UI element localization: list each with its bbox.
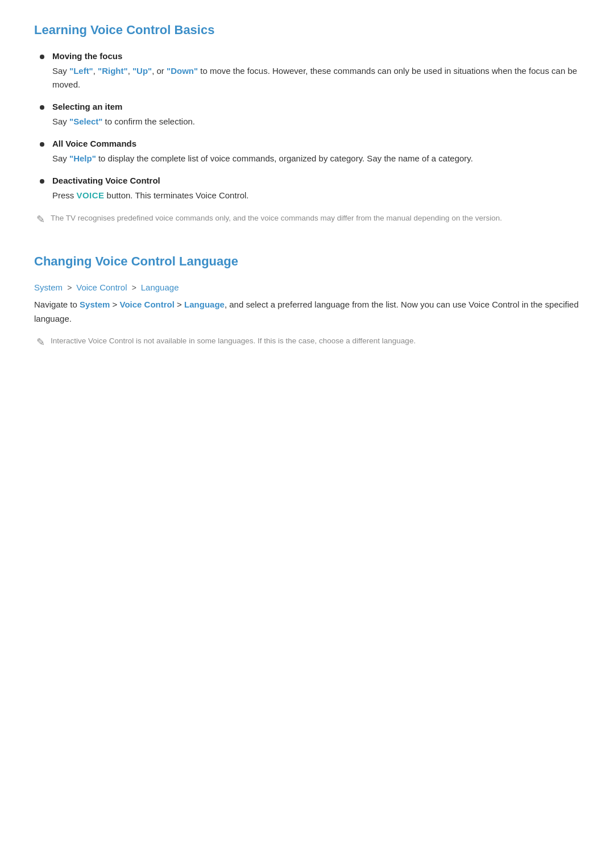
cmd-left: "Left": [69, 66, 93, 76]
breadcrumb-system[interactable]: System: [34, 283, 63, 292]
breadcrumb-sep1: >: [67, 283, 74, 292]
list-item-moving-focus: Moving the focus Say "Left", "Right", "U…: [34, 51, 580, 92]
section2-note: ✎ Interactive Voice Control is not avail…: [34, 335, 580, 348]
nav-sep1: >: [113, 300, 118, 309]
list-item-deactivating: Deactivating Voice Control Press VOICE b…: [34, 176, 580, 202]
nav-language: Language: [184, 300, 225, 309]
section2-title: Changing Voice Control Language: [34, 254, 580, 271]
item-desc-deactivating: Press VOICE button. This terminates Voic…: [52, 189, 580, 202]
bullet-dot-icon: [40, 105, 44, 110]
item-desc-selecting: Say "Select" to confirm the selection.: [52, 115, 580, 128]
nav-sep2: >: [177, 300, 182, 309]
cmd-voice: VOICE: [77, 190, 105, 200]
list-item-all-commands: All Voice Commands Say "Help" to display…: [34, 139, 580, 165]
breadcrumb: System > Voice Control > Language: [34, 283, 580, 292]
item-label-deactivating: Deactivating Voice Control: [52, 176, 160, 185]
cmd-down: "Down": [167, 66, 198, 76]
breadcrumb-language[interactable]: Language: [141, 283, 179, 292]
cmd-help: "Help": [69, 153, 96, 163]
cmd-select: "Select": [69, 117, 102, 126]
bullet-list: Moving the focus Say "Left", "Right", "U…: [34, 51, 580, 202]
bullet-dot-icon: [40, 55, 44, 59]
item-desc-all-commands: Say "Help" to display the complete list …: [52, 152, 580, 165]
item-label-all-commands: All Voice Commands: [52, 139, 136, 148]
cmd-up: "Up": [132, 66, 152, 76]
cmd-right: "Right": [98, 66, 128, 76]
section1-note-text: The TV recognises predefined voice comma…: [51, 213, 502, 225]
note-pencil-icon: ✎: [36, 213, 45, 226]
bullet-dot-icon: [40, 142, 44, 147]
bullet-dot-icon: [40, 179, 44, 184]
section2-description: Navigate to System > Voice Control > Lan…: [34, 298, 580, 326]
nav-system: System: [80, 300, 110, 309]
breadcrumb-voice-control[interactable]: Voice Control: [76, 283, 127, 292]
nav-voice-control: Voice Control: [120, 300, 175, 309]
item-desc-moving-focus: Say "Left", "Right", "Up", or "Down" to …: [52, 64, 580, 92]
breadcrumb-sep2: >: [132, 283, 139, 292]
item-label-moving-focus: Moving the focus: [52, 51, 122, 61]
section1-title: Learning Voice Control Basics: [34, 23, 580, 40]
list-item-selecting: Selecting an item Say "Select" to confir…: [34, 102, 580, 128]
section2-note-text: Interactive Voice Control is not availab…: [51, 335, 416, 347]
section1-note: ✎ The TV recognises predefined voice com…: [34, 213, 580, 226]
section-changing-voice-language: Changing Voice Control Language System >…: [34, 254, 580, 348]
section-learning-voice-control: Learning Voice Control Basics Moving the…: [34, 23, 580, 226]
item-label-selecting: Selecting an item: [52, 102, 122, 111]
note-pencil-icon-2: ✎: [36, 336, 45, 348]
